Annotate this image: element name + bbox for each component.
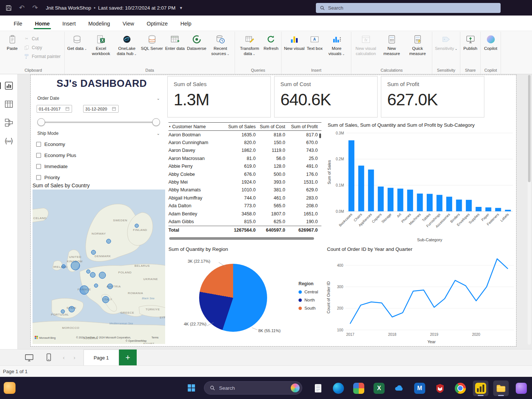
bar-chairs[interactable] (358, 166, 364, 211)
map-bubble[interactable] (80, 286, 89, 294)
end-date-input[interactable]: 31-12-2020 (83, 105, 119, 113)
ribbon-button-text-box[interactable]: AText box (306, 33, 324, 52)
page-tab[interactable]: Page 1 (83, 349, 119, 366)
titlebar-search-box[interactable]: Search (316, 3, 501, 13)
previous-page-icon[interactable]: ‹ (63, 354, 65, 361)
menu-tab-optimize[interactable]: Optimize (140, 17, 174, 31)
bar-supplies[interactable] (475, 207, 481, 211)
taskbar-app-chrome[interactable] (453, 381, 468, 396)
table-row[interactable]: Abigail Humffray744.0461.0283.0 (168, 194, 321, 202)
weather-widget[interactable] (4, 382, 16, 394)
taskbar-app-onedrive[interactable] (392, 381, 407, 396)
ribbon-button-copilot[interactable]: Copilot (482, 33, 499, 52)
ribbon-button-enter-data[interactable]: Enter data (164, 33, 186, 52)
map-bubble[interactable] (62, 265, 65, 268)
table-view-icon[interactable] (4, 99, 14, 109)
map-bubble[interactable] (108, 284, 113, 289)
ribbon-button-new-measure[interactable]: New measure (379, 33, 405, 57)
map-bubble[interactable] (90, 272, 95, 277)
report-page[interactable]: SJ's DASHBOARD Order Date ⌄ 01-01-2017 3… (31, 75, 516, 346)
table-row[interactable]: Abby Colebe676.0500.0176.0 (168, 170, 321, 178)
bar-binders[interactable] (456, 200, 462, 211)
map-bubble[interactable] (69, 306, 75, 312)
map-bubble[interactable] (86, 270, 90, 273)
pie-chart[interactable] (199, 264, 267, 332)
start-date-input[interactable]: 01-01-2017 (37, 105, 72, 113)
bar-storage[interactable] (388, 188, 393, 211)
table-header-sum-of-cost[interactable]: Sum of Cost (256, 124, 285, 129)
ribbon-button-new-visual-calculation[interactable]: fxNew visual calculation (353, 33, 379, 57)
bar-labels[interactable] (505, 210, 511, 211)
ribbon-button-more-visuals[interactable]: More visuals⌄ (324, 33, 349, 57)
save-icon[interactable] (4, 3, 13, 13)
europe-map[interactable]: CELANDNORWAYSWEDENFINLANDDENMARKUNITEDKI… (33, 190, 165, 344)
ribbon-button-publish[interactable]: Publish (462, 33, 479, 52)
kpi-card-sum-of-cost[interactable]: Sum of Cost640.6K (274, 76, 378, 117)
legend-item-central[interactable]: Central (299, 290, 318, 294)
bar-fasteners[interactable] (495, 208, 501, 211)
ribbon-button-copy[interactable]: Copy (24, 45, 61, 51)
table-horizontal-scrollbar[interactable] (169, 237, 318, 240)
table-row[interactable]: Abbie Perry619.0128.0491.0 (168, 163, 321, 170)
legend-item-north[interactable]: North (299, 298, 318, 302)
model-view-icon[interactable] (4, 118, 14, 127)
map-bubble[interactable] (99, 272, 106, 279)
taskbar-app-mail[interactable]: M (412, 381, 427, 396)
report-view-icon[interactable] (4, 81, 14, 91)
ribbon-button-paste[interactable]: Paste (4, 33, 21, 59)
scrollbar-thumb[interactable] (169, 237, 314, 240)
new-page-button[interactable]: + (119, 349, 137, 366)
kpi-card-sum-of-sales[interactable]: Sum of Sales1.3M (167, 76, 271, 117)
date-range-slider[interactable] (37, 118, 160, 127)
taskbar-app-notepad[interactable] (310, 381, 326, 396)
kpi-card-sum-of-profit[interactable]: Sum of Profit627.0K (381, 76, 484, 117)
taskbar-app-edge[interactable] (331, 381, 346, 396)
ribbon-button-onelake-data-hub[interactable]: OneLake data hub⌄ (114, 33, 140, 57)
mobile-view-icon[interactable] (44, 353, 54, 362)
bar-bookcases[interactable] (348, 140, 354, 211)
bar-furnishings[interactable] (437, 195, 443, 212)
bar-accessories[interactable] (446, 197, 452, 211)
map-bubble[interactable] (135, 224, 139, 228)
menu-tab-modeling[interactable]: Modeling (82, 17, 116, 31)
ribbon-button-dataverse[interactable]: Dataverse (186, 33, 207, 52)
table-header-customer-name[interactable]: ▲Customer Name (168, 124, 225, 129)
menu-tab-insert[interactable]: Insert (56, 17, 82, 31)
map-bubble[interactable] (91, 250, 96, 255)
taskbar-app-paint[interactable] (514, 381, 529, 396)
window-title-group[interactable]: Jnit Shaa WorkShop • Last saved: 10/27/2… (46, 5, 183, 11)
slider-handle-start[interactable] (37, 118, 45, 126)
taskbar-app-file-explorer[interactable] (493, 381, 509, 396)
map-bubble[interactable] (102, 296, 109, 303)
search-highlight-icon[interactable] (291, 383, 300, 392)
ribbon-button-get-data[interactable]: Get data⌄ (66, 33, 88, 52)
map-bubble[interactable] (71, 261, 80, 270)
desktop-view-icon[interactable] (24, 353, 34, 362)
taskbar-search-box[interactable]: Search (204, 381, 302, 395)
menu-tab-view[interactable]: View (116, 17, 140, 31)
table-row[interactable]: Aaron Davey1862.01119.0743.0 (168, 147, 321, 154)
slider-track[interactable] (41, 122, 157, 123)
taskbar-app-mcafee[interactable] (432, 381, 448, 396)
ribbon-button-transform-data[interactable]: Transform data⌄ (236, 33, 262, 57)
map-bubble[interactable] (94, 284, 98, 287)
ribbon-button-sensitivity[interactable]: Sensitivity⌄ (434, 33, 458, 52)
bar-art[interactable] (398, 189, 403, 212)
checkbox-economy-plus[interactable] (36, 153, 41, 158)
ribbon-button-format-painter[interactable]: Format painter (24, 54, 61, 59)
bar-copiers[interactable] (378, 187, 384, 211)
chevron-down-icon[interactable]: ⌄ (157, 131, 160, 136)
taskbar-app-excel[interactable]: X (371, 381, 387, 396)
table-row[interactable]: Adam Gibbs815.0625.0190.0 (168, 218, 321, 225)
dax-view-icon[interactable]: DAX (4, 136, 14, 146)
bar-envelopes[interactable] (466, 200, 472, 211)
ribbon-button-cut[interactable]: ✂Cut (24, 36, 61, 42)
ribbon-button-quick-measure[interactable]: Quick measure (405, 33, 430, 57)
table-row[interactable]: Ada Dalton773.0565.0208.0 (168, 202, 321, 210)
bar-phones[interactable] (407, 190, 413, 211)
table-row[interactable]: Abby Mei1924.0393.01531.0 (168, 178, 321, 186)
bar-tables[interactable] (427, 194, 433, 211)
table-header-sum-of-profit[interactable]: Sum of Profit (285, 124, 318, 129)
slider-handle-end[interactable] (152, 118, 160, 126)
table-row[interactable]: Abby Muramats1010.0381.0629.0 (168, 186, 321, 194)
